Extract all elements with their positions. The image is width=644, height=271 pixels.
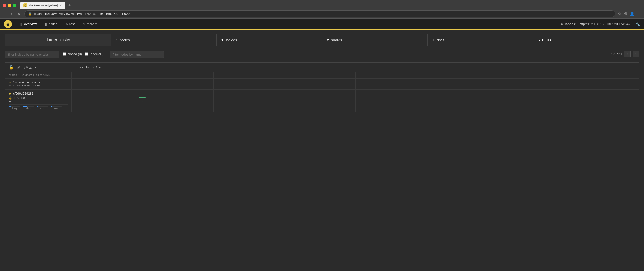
- stat-indices: 1 indices: [216, 34, 322, 46]
- stat-nodes-label: nodes: [120, 38, 130, 42]
- warning-icon: ⚠: [8, 80, 11, 84]
- nav-items: ⣿ overview ⣿ nodes ✎ rest ✎ more ▾: [17, 20, 100, 28]
- warning-message: 1 unassigned shards: [13, 80, 40, 84]
- menu-button[interactable]: ⋮: [637, 11, 641, 16]
- window-maximize[interactable]: [13, 4, 16, 7]
- tab-favicon: ⬡: [24, 4, 27, 8]
- node-name: cf0d6d229281: [13, 92, 33, 95]
- stats-row: docker-cluster 1 nodes 1 indices 2 shard…: [5, 34, 639, 46]
- node-shard-2: [214, 90, 356, 112]
- index-meta: shards: 1 * 2| docs: 1 | size: 7.15KB: [8, 74, 68, 76]
- stat-indices-num: 1: [222, 38, 224, 42]
- node-ip: 172.17.0.2: [13, 96, 27, 100]
- stat-shards-label: shards: [331, 38, 342, 42]
- nav-overview-label: overview: [24, 22, 37, 26]
- node-shard-1: 0: [72, 90, 214, 112]
- lock-toggle-icon[interactable]: 🔓: [8, 65, 14, 70]
- profile-button[interactable]: 👤: [630, 11, 635, 16]
- warning-shards: 0: [72, 78, 639, 90]
- next-page-button[interactable]: ›: [633, 51, 639, 58]
- back-button[interactable]: ‹: [3, 11, 7, 16]
- nav-more-label: more ▾: [87, 22, 96, 26]
- closed-checkbox[interactable]: [63, 52, 66, 56]
- ssl-icon: 🔒: [28, 12, 32, 16]
- special-checkbox-label[interactable]: .special (0): [85, 52, 106, 56]
- disk-metric: disk: [22, 106, 35, 110]
- stat-shards: 2 shards: [322, 34, 428, 46]
- cpu-bar-bg: [37, 106, 48, 107]
- cpu-label: cpu: [40, 107, 44, 110]
- window-minimize[interactable]: [8, 4, 11, 7]
- rest-icon: ✎: [65, 22, 68, 26]
- master-node-icon: ★: [8, 92, 12, 95]
- cpu-metric: cpu: [36, 106, 48, 110]
- node-name-row: ★ cf0d6d229281: [8, 92, 68, 95]
- overview-icon: ⣿: [20, 22, 23, 26]
- nav-overview[interactable]: ⣿ overview: [17, 20, 40, 28]
- heap-bar-bg: [9, 106, 20, 107]
- warning-shard-1: 0: [72, 78, 214, 90]
- filter-nodes-input[interactable]: [110, 51, 164, 58]
- url-text: localhost:9100/#/overview?host=http:%2F%…: [33, 12, 131, 16]
- warning-shard-2: [214, 78, 356, 90]
- warning-section: ⚠ 1 unassigned shards show only affected…: [5, 78, 639, 90]
- node-info: ★ cf0d6d229281 🔒 172.17.0.2 ⇄: [5, 90, 72, 112]
- heap-metric: heap: [8, 106, 21, 110]
- filter-row: closed (0) .special (0) 1-1 of 1 ‹ ›: [5, 51, 639, 58]
- sort-dropdown-icon[interactable]: ▾: [35, 66, 36, 69]
- connection-label: http://192.168.163.131:9200 [yellow]: [580, 22, 631, 26]
- node-metrics: heap disk cpu: [8, 104, 68, 110]
- special-checkbox[interactable]: [85, 52, 88, 56]
- indices-table: 🔓 ⤢ ↓A Z ▾ test_index_1 ▾ shards: 1 * 2|…: [5, 62, 639, 112]
- forward-button[interactable]: ›: [10, 11, 14, 16]
- warning-shard-4: [497, 78, 639, 90]
- cluster-name: docker-cluster: [5, 34, 111, 46]
- pagination-text: 1-1 of 1: [611, 52, 622, 56]
- stat-docs-num: 1: [432, 38, 434, 42]
- unassigned-shard-box: 0: [139, 80, 146, 88]
- show-affected-link[interactable]: show only affected indices: [8, 84, 68, 87]
- nav-more[interactable]: ✎ more ▾: [79, 20, 100, 28]
- index-name-header: test_index_1: [79, 66, 98, 69]
- node-network-icon: ⇄: [8, 100, 68, 104]
- window-close[interactable]: [3, 4, 6, 7]
- extensions-button[interactable]: ⚙: [624, 11, 627, 16]
- filter-indices-input[interactable]: [5, 51, 59, 58]
- expand-icon[interactable]: ⤢: [17, 65, 20, 70]
- closed-checkbox-label[interactable]: closed (0): [63, 52, 82, 56]
- load-bar-bg: [50, 106, 62, 107]
- tab-close-button[interactable]: ✕: [60, 4, 62, 7]
- filter-checkboxes: closed (0) .special (0): [63, 51, 106, 56]
- refresh-control[interactable]: ↻ 15sec ▾: [561, 22, 576, 26]
- node-section: ★ cf0d6d229281 🔒 172.17.0.2 ⇄: [5, 90, 639, 112]
- index-dropdown-icon[interactable]: ▾: [99, 66, 100, 69]
- stat-nodes: 1 nodes: [111, 34, 216, 46]
- nav-right: ↻ 15sec ▾ http://192.168.163.131:9200 [y…: [561, 22, 640, 26]
- nav-nodes[interactable]: ⣿ nodes: [41, 20, 60, 28]
- browser-tab[interactable]: ⬡ docker-cluster[yellow] ✕: [20, 2, 65, 9]
- nav-nodes-label: nodes: [48, 22, 57, 26]
- nav-rest-label: rest: [70, 22, 75, 26]
- bookmark-button[interactable]: ☆: [618, 11, 621, 16]
- closed-label: closed (0): [68, 52, 82, 56]
- stat-size-num: 7.15KB: [538, 38, 551, 42]
- disk-bar-bg: [23, 106, 34, 107]
- reload-button[interactable]: ↻: [16, 11, 22, 16]
- settings-button[interactable]: 🔧: [635, 22, 640, 26]
- stat-indices-label: indices: [226, 38, 237, 42]
- prev-page-button[interactable]: ‹: [624, 51, 630, 58]
- sort-az-icon[interactable]: ↓A Z: [24, 65, 32, 70]
- node-lock-icon: 🔒: [8, 96, 12, 100]
- address-bar[interactable]: 🔒 localhost:9100/#/overview?host=http:%2…: [24, 10, 616, 17]
- app-navbar: ◎ ⣿ overview ⣿ nodes ✎ rest ✎ more ▾ ↻ 1…: [0, 19, 644, 30]
- special-label: .special (0): [90, 52, 106, 56]
- load-metric: load: [50, 106, 62, 110]
- node-shard-4: [497, 90, 639, 112]
- cluster-name-text: docker-cluster: [46, 38, 70, 42]
- stat-nodes-num: 1: [116, 38, 118, 42]
- node-shard-value: 0: [142, 99, 144, 102]
- new-tab-button[interactable]: +: [66, 3, 73, 8]
- refresh-label: ↻ 15sec ▾: [561, 22, 576, 26]
- heap-bar-fill: [9, 106, 11, 107]
- nav-rest[interactable]: ✎ rest: [62, 20, 78, 28]
